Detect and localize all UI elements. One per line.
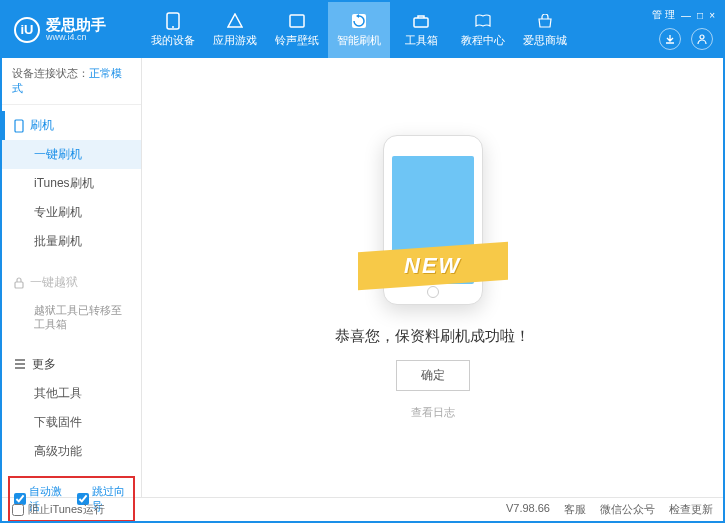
- nav-apps[interactable]: 应用游戏: [204, 2, 266, 58]
- sidebar-label: 刷机: [30, 117, 54, 134]
- main-content: NEW 恭喜您，保资料刷机成功啦！ 确定 查看日志: [142, 58, 723, 497]
- apps-icon: [226, 12, 244, 30]
- refresh-icon: [350, 12, 368, 30]
- svg-point-1: [172, 26, 174, 28]
- conn-label: 设备连接状态：: [12, 67, 89, 79]
- svg-point-5: [700, 35, 704, 39]
- version-label: V7.98.66: [506, 502, 550, 517]
- sidebar-other-tools[interactable]: 其他工具: [2, 379, 141, 408]
- sidebar-label: 一键越狱: [30, 274, 78, 291]
- svg-rect-4: [414, 18, 428, 27]
- new-ribbon: NEW: [358, 242, 508, 290]
- nav-store[interactable]: 爱思商城: [514, 2, 576, 58]
- nav-flash[interactable]: 智能刷机: [328, 2, 390, 58]
- minimize-button[interactable]: —: [681, 10, 691, 21]
- nav-label: 工具箱: [405, 33, 438, 48]
- media-icon: [288, 12, 306, 30]
- sidebar-advanced[interactable]: 高级功能: [2, 437, 141, 466]
- logo-icon: iU: [14, 17, 40, 43]
- lock-icon: [14, 277, 24, 289]
- svg-rect-6: [15, 120, 23, 132]
- nav-label: 应用游戏: [213, 33, 257, 48]
- manage-link[interactable]: 管 理: [652, 8, 675, 22]
- nav-label: 教程中心: [461, 33, 505, 48]
- app-header: iU 爱思助手 www.i4.cn 我的设备 应用游戏 铃声壁纸 智能刷机 工具…: [2, 2, 723, 58]
- nav-label: 智能刷机: [337, 33, 381, 48]
- book-icon: [474, 12, 492, 30]
- store-icon: [536, 12, 554, 30]
- update-link[interactable]: 检查更新: [669, 502, 713, 517]
- nav-toolbox[interactable]: 工具箱: [390, 2, 452, 58]
- nav-ringtones[interactable]: 铃声壁纸: [266, 2, 328, 58]
- close-button[interactable]: ×: [709, 10, 715, 21]
- app-title: 爱思助手: [46, 17, 106, 34]
- nav-label: 我的设备: [151, 33, 195, 48]
- user-icon[interactable]: [691, 28, 713, 50]
- sidebar-flash-head[interactable]: 刷机: [2, 111, 141, 140]
- sidebar-batch-flash[interactable]: 批量刷机: [2, 227, 141, 256]
- nav-tutorials[interactable]: 教程中心: [452, 2, 514, 58]
- view-log-link[interactable]: 查看日志: [411, 405, 455, 420]
- toolbox-icon: [412, 12, 430, 30]
- main-nav: 我的设备 应用游戏 铃声壁纸 智能刷机 工具箱 教程中心 爱思商城: [142, 2, 576, 58]
- sidebar-jailbreak-head: 一键越狱: [2, 268, 141, 297]
- connection-status: 设备连接状态：正常模式: [2, 58, 141, 105]
- sidebar-itunes-flash[interactable]: iTunes刷机: [2, 169, 141, 198]
- logo: iU 爱思助手 www.i4.cn: [2, 17, 142, 43]
- nav-label: 爱思商城: [523, 33, 567, 48]
- window-controls: 管 理 — □ ×: [652, 8, 715, 22]
- ribbon-text: NEW: [404, 253, 461, 279]
- svg-rect-2: [290, 15, 304, 27]
- service-link[interactable]: 客服: [564, 502, 586, 517]
- sidebar-download-fw[interactable]: 下载固件: [2, 408, 141, 437]
- sidebar: 设备连接状态：正常模式 刷机 一键刷机 iTunes刷机 专业刷机 批量刷机 一…: [2, 58, 142, 497]
- block-itunes-checkbox[interactable]: 阻止iTunes运行: [12, 502, 105, 517]
- phone-illustration: NEW: [368, 135, 498, 315]
- svg-rect-7: [15, 282, 23, 288]
- ok-button[interactable]: 确定: [396, 360, 470, 391]
- sidebar-label: 更多: [32, 356, 56, 373]
- nav-my-device[interactable]: 我的设备: [142, 2, 204, 58]
- checkbox-label: 阻止iTunes运行: [28, 502, 105, 517]
- sidebar-more-head[interactable]: 更多: [2, 350, 141, 379]
- app-url: www.i4.cn: [46, 33, 106, 43]
- sidebar-jailbreak-note: 越狱工具已转移至工具箱: [2, 297, 141, 338]
- download-icon[interactable]: [659, 28, 681, 50]
- wechat-link[interactable]: 微信公众号: [600, 502, 655, 517]
- nav-label: 铃声壁纸: [275, 33, 319, 48]
- sidebar-oneclick-flash[interactable]: 一键刷机: [2, 140, 141, 169]
- phone-icon: [14, 119, 24, 133]
- maximize-button[interactable]: □: [697, 10, 703, 21]
- success-message: 恭喜您，保资料刷机成功啦！: [335, 327, 530, 346]
- sidebar-pro-flash[interactable]: 专业刷机: [2, 198, 141, 227]
- header-actions: [659, 28, 713, 50]
- phone-icon: [164, 12, 182, 30]
- menu-icon: [14, 359, 26, 369]
